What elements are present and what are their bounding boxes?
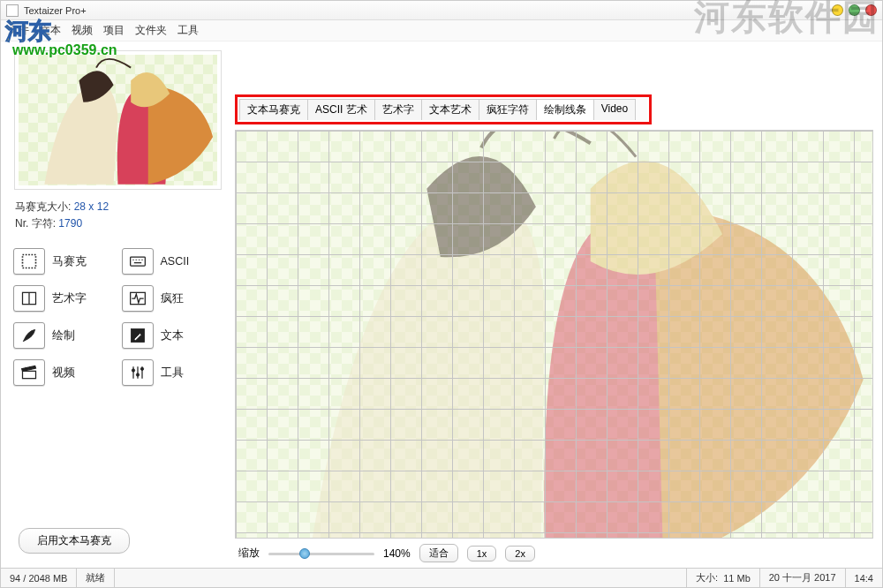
tab-art-font[interactable]: 艺术字 <box>374 99 422 120</box>
tool-ascii-label: ASCII <box>161 255 190 268</box>
zoom-slider-thumb[interactable] <box>299 548 310 559</box>
tool-ascii[interactable]: ASCII <box>122 248 223 275</box>
tool-video[interactable]: 视频 <box>13 359 115 386</box>
svg-rect-0 <box>23 255 36 268</box>
clapper-icon <box>13 359 45 386</box>
tool-artfont[interactable]: 艺术字 <box>13 285 115 312</box>
tool-text-label: 文本 <box>161 328 184 343</box>
tab-crazy-chars[interactable]: 疯狂字符 <box>479 99 537 120</box>
thumbnail-art <box>19 55 217 185</box>
mosaic-icon <box>13 248 45 275</box>
tab-video[interactable]: Video <box>593 99 636 120</box>
tool-crazy[interactable]: 疯狂 <box>122 285 223 312</box>
watermark-brand: 河东软件园 <box>694 0 879 41</box>
menu-video[interactable]: 视频 <box>72 23 93 38</box>
status-spacer <box>115 569 687 587</box>
menu-tools[interactable]: 工具 <box>177 23 199 38</box>
pencil-icon <box>122 322 154 349</box>
menu-project[interactable]: 项目 <box>103 23 125 38</box>
statusbar: 94 / 2048 MB 就绪 大小: 11 Mb 20 十一月 2017 14… <box>1 568 882 587</box>
zoom-1x-button[interactable]: 1x <box>467 546 497 562</box>
tool-text[interactable]: 文本 <box>122 322 223 349</box>
app-window: Textaizer Pro+ 文件 文本 视频 项目 文件夹 工具 <box>0 0 883 588</box>
svg-rect-1 <box>130 257 145 266</box>
sliders-icon <box>122 359 154 386</box>
thumbnail[interactable] <box>19 55 217 185</box>
status-memory: 94 / 2048 MB <box>1 569 77 587</box>
tool-crazy-label: 疯狂 <box>161 291 184 306</box>
feather-icon <box>13 322 45 349</box>
zoom-2x-button[interactable]: 2x <box>505 546 535 562</box>
status-size: 大小: 11 Mb <box>687 569 760 587</box>
watermark-url: www.pc0359.cn <box>12 42 117 58</box>
pulse-icon <box>122 285 154 312</box>
zoom-toolbar: 缩放 140% 适合 1x 2x <box>235 539 873 562</box>
tool-artfont-label: 艺术字 <box>52 291 87 306</box>
tool-mosaic-label: 马赛克 <box>52 254 87 269</box>
zoom-label: 缩放 <box>238 546 260 561</box>
zoom-slider[interactable] <box>268 547 374 561</box>
keyboard-icon <box>122 248 154 275</box>
canvas[interactable] <box>235 130 873 539</box>
tool-utils[interactable]: 工具 <box>122 359 223 386</box>
mosaic-size-value: 28 x 12 <box>74 200 109 213</box>
svg-point-17 <box>132 369 134 372</box>
tabs: 文本马赛克 ASCII 艺术 艺术字 文本艺术 疯狂字符 绘制线条 Video <box>239 99 647 120</box>
svg-point-19 <box>140 368 143 371</box>
tool-grid: 马赛克 ASCII 艺术字 疯狂 绘制 <box>11 248 224 386</box>
status-state: 就绪 <box>77 569 115 587</box>
zoom-slider-track <box>268 553 374 555</box>
tool-video-label: 视频 <box>52 366 75 381</box>
menu-folder[interactable]: 文件夹 <box>135 23 167 38</box>
mosaic-size-label: 马赛克大小: <box>15 200 71 213</box>
char-count-value: 1790 <box>58 217 82 230</box>
tab-draw-lines[interactable]: 绘制线条 <box>536 99 594 120</box>
image-info: 马赛克大小: 28 x 12 Nr. 字符: 1790 <box>15 199 221 232</box>
tool-draw-label: 绘制 <box>52 328 75 343</box>
run-mosaic-button[interactable]: 启用文本马赛克 <box>19 528 130 554</box>
char-count-label: Nr. 字符: <box>15 217 56 230</box>
content-area: 马赛克大小: 28 x 12 Nr. 字符: 1790 马赛克 ASCII 艺术… <box>1 41 882 568</box>
main-panel: 文本马赛克 ASCII 艺术 艺术字 文本艺术 疯狂字符 绘制线条 Video <box>235 41 882 568</box>
tool-mosaic[interactable]: 马赛克 <box>13 248 115 275</box>
book-icon <box>13 285 45 312</box>
sidebar: 马赛克大小: 28 x 12 Nr. 字符: 1790 马赛克 ASCII 艺术… <box>1 41 235 568</box>
canvas-grid-overlay <box>236 131 872 538</box>
tabs-highlight-annotation: 文本马赛克 ASCII 艺术 艺术字 文本艺术 疯狂字符 绘制线条 Video <box>235 94 652 124</box>
zoom-value: 140% <box>383 547 411 560</box>
thumbnail-frame <box>14 50 222 190</box>
app-icon <box>6 4 19 17</box>
tool-draw[interactable]: 绘制 <box>13 322 115 349</box>
svg-point-18 <box>136 373 139 376</box>
tab-text-art[interactable]: 文本艺术 <box>421 99 479 120</box>
status-time: 14:4 <box>846 569 882 587</box>
tab-text-mosaic[interactable]: 文本马赛克 <box>239 99 308 120</box>
tab-ascii-art[interactable]: ASCII 艺术 <box>307 99 375 120</box>
status-date: 20 十一月 2017 <box>760 569 846 587</box>
svg-rect-11 <box>23 372 36 379</box>
tool-utils-label: 工具 <box>161 366 184 381</box>
zoom-fit-button[interactable]: 适合 <box>419 544 458 562</box>
